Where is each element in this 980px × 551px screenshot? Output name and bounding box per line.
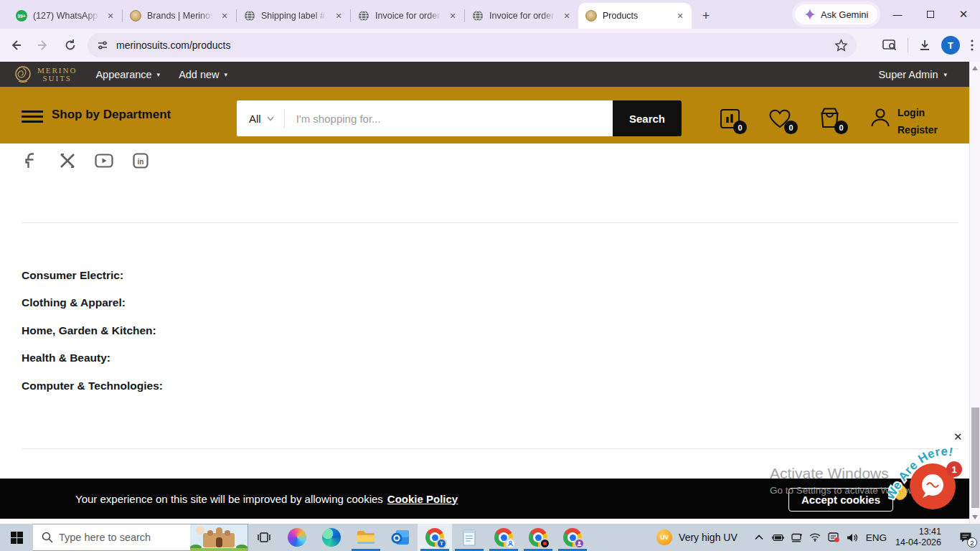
chat-badge-count: 1 <box>951 464 956 475</box>
tab-shipping-label[interactable]: Shipping label #1 ✕ <box>237 3 350 29</box>
tab-invoice-1[interactable]: Invoice for order | ✕ <box>351 3 464 29</box>
file-explorer-icon <box>357 529 375 545</box>
admin-user-label: Super Admin <box>878 69 938 80</box>
taskbar-app-chrome-profile3[interactable] <box>521 524 555 551</box>
taskbar-app-notepad[interactable] <box>452 524 486 551</box>
task-view-button[interactable] <box>248 524 280 551</box>
taskbar-app-chrome-profile2[interactable] <box>486 524 521 551</box>
linkedin-icon[interactable]: in <box>131 148 150 174</box>
close-tab-icon[interactable]: ✕ <box>561 10 573 22</box>
chat-widget[interactable]: 1 We Are Here! <box>888 425 980 518</box>
scrollbar-thumb[interactable] <box>971 408 979 508</box>
cart-button[interactable]: 0 <box>818 106 842 132</box>
account-icon-button[interactable] <box>869 106 892 132</box>
search-icon <box>42 532 53 543</box>
download-icon[interactable] <box>918 39 931 52</box>
reload-icon[interactable] <box>59 34 82 57</box>
tab-whatsapp[interactable]: 99+ (127) WhatsApp ✕ <box>9 3 122 29</box>
accept-cookies-button[interactable]: Accept cookies <box>788 488 893 512</box>
wishlist-button[interactable]: 0 <box>768 108 791 132</box>
cast-device-icon[interactable] <box>791 533 803 542</box>
shop-by-department-label[interactable]: Shop by Department <box>52 108 171 122</box>
site-settings-icon[interactable] <box>96 39 109 52</box>
forward-icon[interactable] <box>32 34 55 57</box>
scroll-up-icon[interactable] <box>972 66 978 70</box>
battery-icon[interactable] <box>772 534 784 542</box>
cookie-message: Your experience on this site will be imp… <box>75 493 383 505</box>
page-scrollbar[interactable] <box>969 62 980 524</box>
svg-text:in: in <box>138 158 144 166</box>
taskbar-search-input[interactable] <box>59 532 190 543</box>
register-link[interactable]: Register <box>897 121 938 138</box>
close-tab-icon[interactable]: ✕ <box>674 10 686 22</box>
taskbar-app-chrome-active[interactable]: T <box>418 524 452 551</box>
minimize-icon[interactable]: — <box>881 0 914 29</box>
weather-uv-widget[interactable]: UV Very high UV <box>656 529 738 545</box>
copilot-icon <box>288 528 306 547</box>
language-indicator[interactable]: ENG <box>866 532 887 543</box>
address-bar[interactable]: merinosuits.com/products <box>88 33 857 57</box>
close-window-icon[interactable]: ✕ <box>947 0 980 29</box>
close-tab-icon[interactable]: ✕ <box>333 10 344 22</box>
merino-suits-logo[interactable]: MERINO SUITS <box>13 65 77 85</box>
profile-badge-icon <box>574 538 585 549</box>
close-tab-icon[interactable]: ✕ <box>447 10 458 22</box>
chrome-profile-badge: T <box>436 538 447 549</box>
toolbar-divider <box>908 38 908 52</box>
windows-logo-icon <box>11 532 23 544</box>
url-text[interactable]: merinosuits.com/products <box>116 39 834 51</box>
clock[interactable]: 13:41 14-04-2026 <box>895 527 941 548</box>
menu-label: Add new <box>179 69 219 80</box>
start-button[interactable] <box>0 524 33 551</box>
hamburger-menu-icon[interactable] <box>22 110 43 126</box>
profile-avatar[interactable]: T <box>941 36 960 55</box>
taskbar-app-copilot[interactable] <box>280 524 314 551</box>
ask-gemini-button[interactable]: Ask Gemini <box>795 4 877 24</box>
app-notification-icon[interactable] <box>828 532 840 542</box>
chevron-down-icon <box>267 116 274 121</box>
ask-gemini-label: Ask Gemini <box>821 9 868 20</box>
taskbar-app-chrome-profile4[interactable] <box>555 524 590 551</box>
search-tabs-icon[interactable] <box>882 39 897 52</box>
search-category-dropdown[interactable]: All <box>237 109 285 128</box>
taskbar-app-edge[interactable] <box>314 524 349 551</box>
search-input[interactable] <box>285 113 613 125</box>
cookie-policy-link[interactable]: Cookie Policy <box>387 493 458 505</box>
compare-button[interactable]: 0 <box>720 108 740 132</box>
search-highlight-illustration[interactable] <box>190 524 248 550</box>
merino-wreath-icon <box>13 65 33 85</box>
hidden-icons-chevron[interactable] <box>753 534 765 540</box>
wifi-icon[interactable] <box>809 533 821 542</box>
tab-brands[interactable]: Brands | Merinosu ✕ <box>123 3 236 29</box>
taskbar-search-box[interactable] <box>33 524 248 551</box>
outlook-icon <box>391 529 410 546</box>
bookmark-star-icon[interactable] <box>834 39 848 52</box>
x-twitter-icon[interactable] <box>58 148 77 174</box>
login-link[interactable]: Login <box>897 104 938 121</box>
action-center-badge: 2 <box>967 537 977 547</box>
action-center-button[interactable]: 2 <box>951 524 980 551</box>
admin-user-menu[interactable]: Super Admin ▾ <box>878 69 947 80</box>
close-tab-icon[interactable]: ✕ <box>105 10 116 22</box>
volume-icon[interactable] <box>847 533 859 542</box>
facebook-icon[interactable] <box>22 148 40 174</box>
taskbar-app-outlook[interactable] <box>383 524 418 551</box>
tab-products-active[interactable]: Products ✕ <box>578 3 692 29</box>
new-tab-button[interactable]: + <box>696 6 716 26</box>
chat-close-icon[interactable]: ✕ <box>953 430 963 443</box>
search-button[interactable]: Search <box>613 100 682 136</box>
youtube-icon[interactable] <box>95 148 113 174</box>
profile-badge-icon <box>540 538 550 549</box>
scroll-down-icon[interactable] <box>972 515 978 519</box>
tab-invoice-2[interactable]: Invoice for order | ✕ <box>465 3 578 29</box>
admin-menu-add-new[interactable]: Add new ▾ <box>179 69 227 80</box>
browser-toolbar: merinosuits.com/products T <box>0 29 980 62</box>
uv-label: Very high UV <box>679 532 738 543</box>
system-tray: UV Very high UV <box>656 524 980 551</box>
close-tab-icon[interactable]: ✕ <box>219 10 230 22</box>
menu-kebab-icon[interactable] <box>970 39 974 52</box>
maximize-icon[interactable] <box>914 0 947 29</box>
admin-menu-appearance[interactable]: Appearance ▾ <box>95 69 160 80</box>
back-icon[interactable] <box>4 34 27 57</box>
taskbar-app-file-explorer[interactable] <box>349 524 383 551</box>
